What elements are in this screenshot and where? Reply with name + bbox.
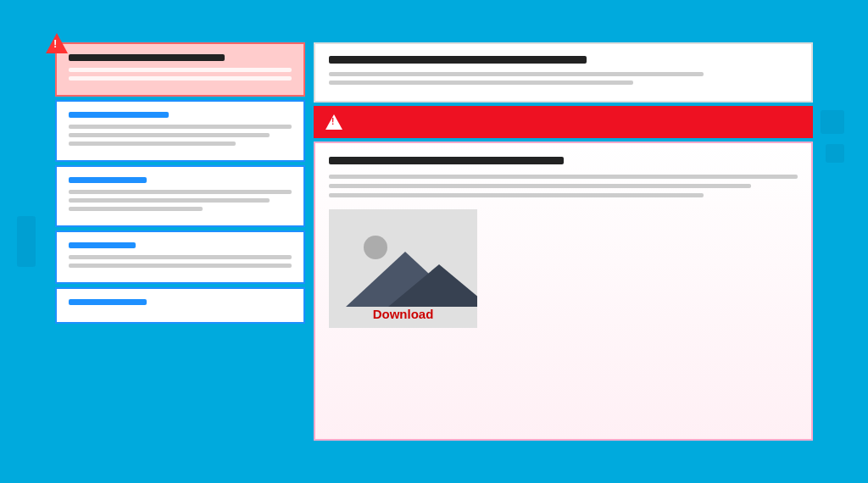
error-item-line1 <box>69 68 292 72</box>
right-header-title <box>329 56 587 64</box>
svg-point-0 <box>364 236 387 259</box>
right-header <box>314 42 813 103</box>
item3-title <box>69 242 136 248</box>
content-line1 <box>329 175 798 179</box>
item2-line3 <box>69 207 203 211</box>
content-line3 <box>329 193 704 197</box>
item1-line3 <box>69 142 236 146</box>
left-list-item-3[interactable] <box>55 230 305 284</box>
item4-title <box>69 299 147 305</box>
item1-line2 <box>69 133 270 137</box>
error-item-title-bar <box>69 54 225 61</box>
warning-triangle-icon: ! <box>46 33 68 53</box>
right-header-line2 <box>329 80 633 85</box>
right-content: Download <box>314 142 813 441</box>
alert-icon: ! <box>326 114 342 130</box>
alert-text-container <box>351 120 801 125</box>
image-placeholder[interactable]: Download <box>329 209 477 328</box>
left-error-item[interactable]: ! <box>55 42 305 97</box>
item3-line1 <box>69 255 292 259</box>
right-header-line1 <box>329 72 704 76</box>
left-list-item-1[interactable] <box>55 100 305 162</box>
bg-decoration-right-mid <box>826 144 844 163</box>
item2-line1 <box>69 190 292 194</box>
content-title <box>329 157 564 164</box>
item2-line2 <box>69 198 270 203</box>
content-line2 <box>329 184 751 188</box>
main-container: ! <box>55 42 813 441</box>
item3-line2 <box>69 264 292 268</box>
right-panel: ! Download <box>314 42 813 441</box>
item2-title <box>69 177 147 183</box>
left-list-item-2[interactable] <box>55 165 305 227</box>
error-item-line2 <box>69 76 292 80</box>
bg-decoration-right-top <box>821 110 844 134</box>
bg-decoration-left <box>17 216 36 267</box>
download-label[interactable]: Download <box>373 307 434 321</box>
alert-bar[interactable]: ! <box>314 106 813 138</box>
item1-line1 <box>69 125 292 129</box>
left-panel: ! <box>55 42 305 441</box>
item1-title <box>69 112 169 118</box>
left-list-item-4[interactable] <box>55 287 305 324</box>
